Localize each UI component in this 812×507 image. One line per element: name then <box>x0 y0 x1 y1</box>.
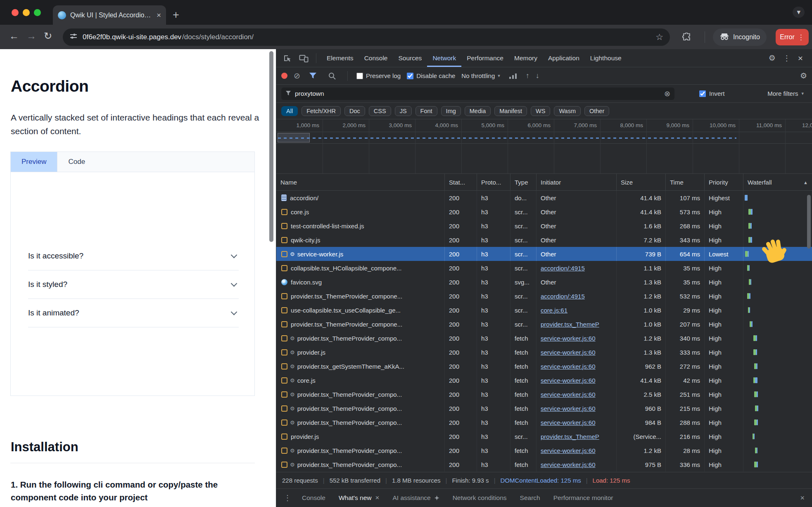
demo-tab-preview[interactable]: Preview <box>11 152 57 172</box>
network-request-row[interactable]: provider.js200h3scr...provider.tsx_Theme… <box>276 429 812 443</box>
initiator-link[interactable]: accordion/:4915 <box>541 265 585 272</box>
filter-chip-js[interactable]: JS <box>395 106 412 116</box>
filter-chip-wasm[interactable]: Wasm <box>554 106 581 116</box>
network-request-row[interactable]: favicon.svg200h3svg...Other1.3 kB35 msHi… <box>276 275 812 289</box>
network-request-row[interactable]: provider.tsx_ThemeProvider_compone...200… <box>276 317 812 331</box>
accordion-trigger-is-it-animated[interactable]: Is it animated? <box>28 299 239 327</box>
clear-network-log-icon[interactable]: ⊘ <box>294 72 300 80</box>
network-request-row[interactable]: qwik-city.js200h3scr...Other7.2 kB343 ms… <box>276 233 812 247</box>
timeline-overview[interactable]: 1,000 ms2,000 ms3,000 ms4,000 ms5,000 ms… <box>276 119 812 174</box>
demo-tab-code[interactable]: Code <box>57 152 96 172</box>
devtools-menu-icon[interactable]: ⋮ <box>783 54 791 63</box>
drawer-tab-ai-assistance[interactable]: AI assistance <box>386 489 446 507</box>
filter-chip-font[interactable]: Font <box>415 106 437 116</box>
network-request-row[interactable]: ⚙provider.tsx_getSystemTheme_aKkA...200h… <box>276 359 812 373</box>
filter-input-box[interactable]: ⊗ <box>281 88 674 100</box>
filter-chip-fetch-xhr[interactable]: Fetch/XHR <box>302 106 341 116</box>
clear-filter-icon[interactable]: ⊗ <box>664 89 670 98</box>
network-request-row[interactable]: ⚙provider.tsx_ThemeProvider_compo...200h… <box>276 457 812 471</box>
invert-filter-toggle[interactable]: Invert <box>699 90 725 97</box>
new-tab-button[interactable]: + <box>173 7 179 23</box>
initiator-link[interactable]: provider.tsx_ThemeP <box>541 321 599 328</box>
filter-chip-manifest[interactable]: Manifest <box>494 106 527 116</box>
network-request-row[interactable]: provider.tsx_ThemeProvider_compone...200… <box>276 289 812 303</box>
network-request-row[interactable]: use-collapsible.tsx_useCollapsible_ge...… <box>276 303 812 317</box>
record-network-log-button[interactable] <box>281 73 287 79</box>
maximize-window-button[interactable] <box>34 9 41 16</box>
filter-chip-media[interactable]: Media <box>465 106 491 116</box>
back-button[interactable]: ← <box>9 30 19 42</box>
devtools-settings-icon[interactable]: ⚙ <box>769 53 776 63</box>
browser-tab[interactable]: Qwik UI | Styled Accordion Co × <box>53 5 166 25</box>
network-request-row[interactable]: ⚙provider.js200h3fetchservice-worker.js:… <box>276 345 812 359</box>
preserve-log-checkbox[interactable] <box>356 73 363 79</box>
drawer-close-icon[interactable]: × <box>797 494 808 502</box>
devtools-scrollbar-thumb[interactable] <box>807 195 811 249</box>
drawer-tab-close-icon[interactable]: × <box>375 494 380 502</box>
initiator-link[interactable]: accordion/:4915 <box>541 293 585 300</box>
initiator-link[interactable]: provider.tsx_ThemeP <box>541 433 599 440</box>
network-request-row[interactable]: test-controlled-list-mixed.js200h3scr...… <box>276 219 812 233</box>
initiator-link[interactable]: service-worker.js:60 <box>541 349 596 356</box>
network-request-row[interactable]: ⚙service-worker.js200h3scr...Other739 B6… <box>276 247 812 261</box>
filter-chip-all[interactable]: All <box>281 106 298 116</box>
initiator-link[interactable]: service-worker.js:60 <box>541 461 596 468</box>
network-request-row[interactable]: ⚙provider.tsx_ThemeProvider_compo...200h… <box>276 387 812 401</box>
drawer-tab-console[interactable]: Console <box>295 489 332 507</box>
column-header-type[interactable]: Type <box>510 174 537 191</box>
filter-chip-img[interactable]: Img <box>441 106 461 116</box>
minimize-window-button[interactable] <box>23 9 30 16</box>
network-request-row[interactable]: core.js200h3scr...Other41.4 kB573 msHigh <box>276 205 812 219</box>
tab-search-button[interactable]: ▾ <box>793 7 805 18</box>
network-request-row[interactable]: ⚙core.js200h3fetchservice-worker.js:6041… <box>276 373 812 387</box>
initiator-link[interactable]: service-worker.js:60 <box>541 447 596 454</box>
close-window-button[interactable] <box>12 9 19 16</box>
throttling-select[interactable]: No throttling ▾ <box>461 72 500 79</box>
devtools-tab-sources[interactable]: Sources <box>393 49 427 67</box>
filter-chip-doc[interactable]: Doc <box>344 106 365 116</box>
column-header-initiator[interactable]: Initiator <box>537 174 617 191</box>
drawer-tab-what-s-new[interactable]: What's new× <box>332 489 386 507</box>
device-toolbar-icon[interactable] <box>297 54 311 62</box>
devtools-tab-network[interactable]: Network <box>427 49 461 67</box>
network-request-row[interactable]: ⚙provider.tsx_ThemeProvider_compo...200h… <box>276 331 812 345</box>
extensions-icon[interactable] <box>682 33 691 43</box>
drawer-menu-icon[interactable]: ⋮ <box>280 493 294 502</box>
network-request-row[interactable]: ⚙provider.tsx_ThemeProvider_compo...200h… <box>276 401 812 415</box>
filter-input[interactable] <box>295 90 660 97</box>
address-bar[interactable]: 0f6e2f0b.qwik-ui-site.pages.dev /docs/st… <box>63 28 670 46</box>
accordion-trigger-is-it-styled[interactable]: Is it styled? <box>28 270 239 299</box>
drawer-tab-performance-monitor[interactable]: Performance monitor <box>547 489 620 507</box>
filter-chip-css[interactable]: CSS <box>369 106 391 116</box>
devtools-tab-elements[interactable]: Elements <box>321 49 359 67</box>
network-request-row[interactable]: ⚙provider.tsx_ThemeProvider_compo...200h… <box>276 415 812 429</box>
initiator-link[interactable]: service-worker.js:60 <box>541 363 596 370</box>
error-button[interactable]: Error ⋮ <box>776 29 809 45</box>
filter-chip-other[interactable]: Other <box>584 106 609 116</box>
more-filters-button[interactable]: More filters ▾ <box>767 90 804 97</box>
preserve-log-toggle[interactable]: Preserve log <box>356 72 401 79</box>
drawer-tab-search[interactable]: Search <box>513 489 547 507</box>
devtools-tab-performance[interactable]: Performance <box>461 49 509 67</box>
browser-menu-icon[interactable]: ⋮ <box>798 33 805 42</box>
network-settings-icon[interactable]: ⚙ <box>800 71 807 81</box>
initiator-link[interactable]: service-worker.js:60 <box>541 419 596 426</box>
column-header-size[interactable]: Size <box>617 174 666 191</box>
column-header-status[interactable]: Stat... <box>445 174 477 191</box>
network-request-row[interactable]: collapsible.tsx_HCollapsible_compone...2… <box>276 261 812 275</box>
invert-checkbox[interactable] <box>699 90 706 97</box>
initiator-link[interactable]: service-worker.js:60 <box>541 335 596 342</box>
devtools-tab-console[interactable]: Console <box>359 49 393 67</box>
network-request-row[interactable]: accordion/200h3do...Other41.4 kB107 msHi… <box>276 191 812 205</box>
page-scrollbar-thumb[interactable] <box>269 51 273 242</box>
devtools-close-icon[interactable]: × <box>798 53 803 63</box>
search-icon[interactable] <box>325 72 339 80</box>
bookmark-star-icon[interactable]: ☆ <box>655 32 663 42</box>
devtools-tab-lighthouse[interactable]: Lighthouse <box>585 49 627 67</box>
import-har-icon[interactable]: ↑ <box>526 71 529 80</box>
site-settings-icon[interactable] <box>69 32 78 42</box>
export-har-icon[interactable]: ↓ <box>536 71 539 80</box>
filter-chip-ws[interactable]: WS <box>531 106 550 116</box>
column-header-priority[interactable]: Priority <box>705 174 743 191</box>
disable-cache-checkbox[interactable] <box>407 73 413 79</box>
